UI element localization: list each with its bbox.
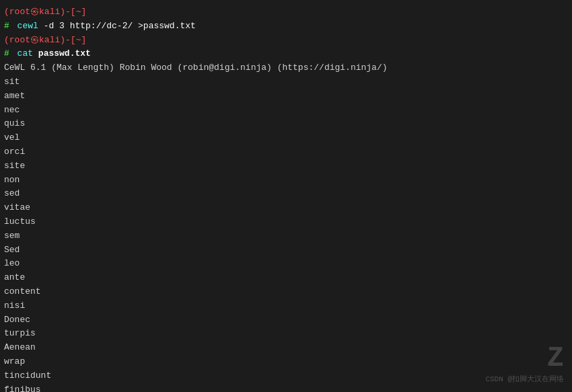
watermark-text: CSDN @扣脚大汉在网络 [485,374,564,384]
command-line-1: (root㉿kali)-[~] [4,5,568,19]
output-line-4: quis [4,117,568,131]
prompt-arrow-1: # [4,19,15,34]
output-line-2: amet [4,89,568,104]
prompt-arrow-2: # [4,47,15,61]
cmd-args-1: -d 3 http://dc-2/ >passwd.txt [38,19,196,34]
output-line-17: nisi [4,299,568,313]
output-line-16: content [4,285,568,299]
output-line-20: Aenean [4,341,568,355]
output-line-5: vel [4,131,568,145]
prompt-at-2: ㉿ [30,34,39,48]
prompt-user-1: root [9,5,30,19]
output-line-3: nec [4,104,568,118]
prompt-dir-2: ~ [76,34,81,48]
output-line-19: turpis [4,327,568,341]
output-line-6: orci [4,145,568,159]
output-line-18: Donec [4,313,568,327]
output-line-11: luctus [4,215,568,229]
prompt-at-1: ㉿ [30,5,39,19]
prompt-dash-1: -[ [65,5,76,19]
prompt-dash-2: -[ [65,34,76,48]
prompt-host-2: kali [39,34,60,48]
output-line-7: site [4,159,568,173]
prompt-dash-close-1: ] [81,5,86,19]
prompt-bracket-close-2: ) [60,34,65,48]
prompt-bracket-1: ( [4,5,9,19]
watermark: Z CSDN @扣脚大汉在网络 [485,344,564,384]
prompt-user-2: root [9,34,30,48]
output-line-1: sit [4,75,568,89]
output-line-10: vitae [4,201,568,215]
command-line-2: (root㉿kali)-[~] [4,34,568,48]
cmd-args-2: passwd.txt [33,47,91,61]
cmd-name-2: cat [17,47,33,61]
output-line-23: finibus [4,383,568,392]
output-line-15: ante [4,271,568,285]
prompt-bracket-close-1: ) [60,5,65,19]
output-container: CeWL 6.1 (Max Length) Robin Wood (robin@… [4,61,568,392]
prompt-dir-1: ~ [76,5,81,19]
output-line-13: Sed [4,243,568,258]
prompt-host-1: kali [39,5,60,19]
prompt-dash-close-2: ] [81,34,86,48]
output-line-8: non [4,173,568,188]
output-line-22: tincidunt [4,369,568,383]
cmd-name-1: cewl [17,19,38,34]
output-line-21: wrap [4,355,568,369]
prompt-bracket-2: ( [4,34,9,48]
command-input-1: # cewl -d 3 http://dc-2/ >passwd.txt [4,19,568,34]
watermark-logo: Z [547,344,564,373]
output-line-0: CeWL 6.1 (Max Length) Robin Wood (robin@… [4,61,568,75]
terminal-window: (root㉿kali)-[~] # cewl -d 3 http://dc-2/… [0,0,572,392]
command-input-2: # cat passwd.txt [4,47,568,61]
output-line-14: leo [4,257,568,271]
output-line-9: sed [4,187,568,201]
output-line-12: sem [4,229,568,243]
